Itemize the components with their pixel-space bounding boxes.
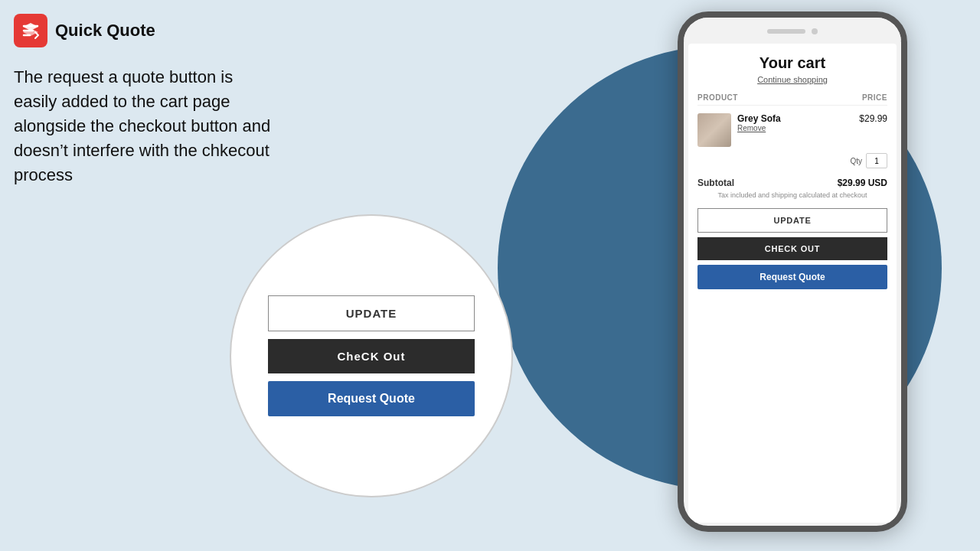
subtotal-value: $29.99 USD [838, 178, 887, 188]
circle-zoom-panel: UPDATE CheCK Out Request Quote [230, 214, 513, 497]
zoom-update-button[interactable]: UPDATE [268, 295, 475, 331]
remove-link[interactable]: Remove [737, 124, 853, 132]
table-header: PRODUCT PRICE [697, 93, 887, 106]
zoom-checkout-button[interactable]: CheCK Out [268, 339, 475, 373]
qty-input[interactable] [866, 153, 887, 168]
tax-note: Tax included and shipping calculated at … [697, 191, 887, 199]
product-price: $29.99 [859, 113, 887, 124]
header: Quick Quote [14, 14, 155, 47]
cart-title: Your cart [697, 54, 887, 72]
phone-screen-content: Your cart Continue shopping PRODUCT PRIC… [688, 44, 897, 523]
phone-request-quote-button[interactable]: Request Quote [697, 265, 887, 289]
product-info: Grey Sofa Remove [737, 113, 853, 132]
continue-shopping-link[interactable]: Continue shopping [697, 75, 887, 84]
logo-icon [14, 14, 47, 47]
col-price: PRICE [862, 93, 887, 102]
product-name: Grey Sofa [737, 113, 853, 124]
zoom-request-quote-button[interactable]: Request Quote [268, 381, 475, 416]
qty-label: Qty [850, 157, 862, 165]
product-row: Grey Sofa Remove $29.99 [697, 113, 887, 147]
phone-notch-pill [767, 29, 805, 34]
phone-checkout-button[interactable]: CHECK OUT [697, 237, 887, 260]
qty-row: Qty [697, 153, 887, 168]
brand-name: Quick Quote [55, 21, 155, 41]
phone-update-button[interactable]: UPDATE [697, 208, 887, 233]
phone-mockup: Your cart Continue shopping PRODUCT PRIC… [678, 11, 907, 532]
col-product: PRODUCT [697, 93, 738, 102]
subtotal-row: Subtotal $29.99 USD [697, 178, 887, 188]
product-image-inner [697, 113, 731, 147]
phone-notch [684, 18, 901, 41]
description-text: The request a quote button is easily add… [14, 65, 274, 187]
subtotal-label: Subtotal [697, 178, 734, 188]
phone-notch-dot [812, 28, 818, 34]
product-image [697, 113, 731, 147]
